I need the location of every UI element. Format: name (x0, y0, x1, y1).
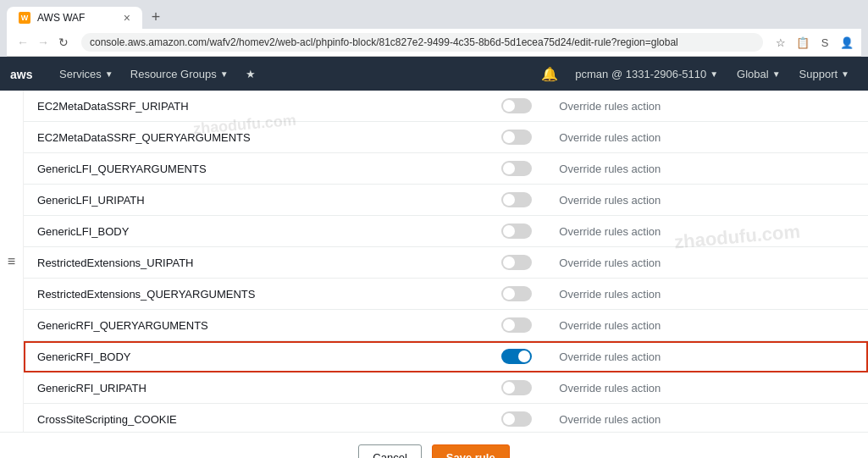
rule-name: GenericRFI_URIPATH (24, 372, 488, 404)
rule-toggle-cell (488, 185, 545, 216)
rule-toggle-cell (488, 122, 545, 153)
rule-name: GenericLFI_URIPATH (24, 185, 488, 216)
bookmark-icon[interactable]: ☆ (771, 33, 790, 52)
toggle-container[interactable] (501, 411, 532, 427)
tab-favicon: W (19, 12, 30, 24)
tab-title: AWS WAF (37, 12, 85, 24)
main-layout: ≡ zhaodufu.com zhaodufu.com zhaodufu.com… (0, 91, 868, 432)
toggle-off[interactable] (501, 223, 532, 239)
support-menu[interactable]: Support ▼ (791, 57, 858, 91)
toggle-thumb (503, 288, 515, 300)
rule-action-label: Override rules action (545, 372, 868, 404)
bell-icon[interactable]: 🔔 (534, 66, 565, 82)
user-menu[interactable]: pcman @ 1331-2906-5110 ▼ (567, 57, 727, 91)
user-label: pcman @ 1331-2906-5110 (575, 68, 706, 80)
rule-action-label: Override rules action (545, 404, 868, 433)
services-chevron: ▼ (105, 69, 113, 79)
refresh-btn[interactable]: ↻ (54, 33, 73, 52)
region-label: Global (737, 68, 769, 80)
resource-groups-chevron: ▼ (220, 69, 229, 79)
table-row: GenericLFI_URIPATHOverride rules action (24, 185, 868, 216)
content-wrapper: zhaodufu.com zhaodufu.com zhaodufu.com E… (24, 91, 868, 432)
content-area: zhaodufu.com zhaodufu.com zhaodufu.com E… (24, 91, 868, 432)
back-btn[interactable]: ← (14, 33, 32, 52)
toggle-off[interactable] (501, 411, 532, 427)
table-row: GenericRFI_QUERYARGUMENTSOverride rules … (24, 310, 868, 341)
toggle-container[interactable] (501, 255, 532, 270)
services-label: Services (59, 68, 102, 80)
rule-name: GenericRFI_BODY (24, 341, 488, 372)
aws-nav: aws Services ▼ Resource Groups ▼ ★ 🔔 pcm… (0, 57, 868, 91)
toggle-thumb (503, 225, 515, 237)
toggle-container[interactable] (501, 286, 532, 301)
toggle-off[interactable] (501, 380, 532, 395)
rule-action-label: Override rules action (545, 341, 868, 372)
rule-action-label: Override rules action (545, 216, 868, 247)
toggle-container[interactable] (501, 98, 532, 113)
table-row: GenericLFI_BODYOverride rules action (24, 216, 868, 247)
profile-icon[interactable]: 👤 (838, 33, 856, 52)
rule-action-label: Override rules action (545, 247, 868, 279)
sync-icon[interactable]: S (815, 33, 834, 52)
url-input[interactable] (81, 33, 763, 52)
tab-close-btn[interactable]: × (124, 12, 130, 24)
toggle-container[interactable] (501, 130, 532, 145)
extension-icon[interactable]: 📋 (793, 33, 812, 52)
rule-name: GenericLFI_QUERYARGUMENTS (24, 153, 488, 185)
rule-toggle-cell (488, 247, 545, 279)
address-bar: ← → ↻ ☆ 📋 S 👤 (7, 29, 861, 57)
star-icon[interactable]: ★ (237, 57, 264, 91)
toggle-container[interactable] (501, 317, 532, 333)
services-menu[interactable]: Services ▼ (51, 57, 122, 91)
aws-logo: aws (10, 64, 42, 83)
toggle-thumb (503, 257, 515, 268)
toggle-container[interactable] (501, 223, 532, 239)
rule-name: EC2MetaDataSSRF_URIPATH (24, 91, 488, 122)
toggle-container[interactable] (501, 349, 532, 364)
toggle-thumb (503, 131, 515, 143)
cancel-button[interactable]: Cancel (358, 444, 421, 458)
toggle-container[interactable] (501, 380, 532, 395)
rule-name: CrossSiteScripting_COOKIE (24, 404, 488, 433)
resource-groups-label: Resource Groups (130, 68, 217, 80)
nav-right: 🔔 pcman @ 1331-2906-5110 ▼ Global ▼ Supp… (534, 57, 858, 91)
table-row: RestrictedExtensions_QUERYARGUMENTSOverr… (24, 279, 868, 310)
new-tab-btn[interactable]: + (144, 5, 168, 29)
toggle-thumb (503, 163, 515, 174)
region-menu[interactable]: Global ▼ (728, 57, 788, 91)
rule-toggle-cell (488, 279, 545, 310)
sidebar-toggle-btn[interactable]: ≡ (0, 91, 24, 432)
toggle-off[interactable] (501, 255, 532, 270)
toggle-thumb (503, 382, 515, 394)
save-rule-button[interactable]: Save rule (432, 444, 510, 458)
rule-action-label: Override rules action (545, 122, 868, 153)
footer-actions: Cancel Save rule (0, 432, 868, 458)
browser-chrome: W AWS WAF × + ← → ↻ ☆ 📋 S 👤 (0, 0, 868, 57)
toggle-off[interactable] (501, 98, 532, 113)
toggle-thumb (503, 194, 515, 206)
rule-toggle-cell (488, 404, 545, 433)
table-row: CrossSiteScripting_COOKIEOverride rules … (24, 404, 868, 433)
rule-name: RestrictedExtensions_QUERYARGUMENTS (24, 279, 488, 310)
forward-btn[interactable]: → (34, 33, 53, 52)
toggle-container[interactable] (501, 161, 532, 176)
toggle-off[interactable] (501, 130, 532, 145)
toggle-off[interactable] (501, 161, 532, 176)
toggle-container[interactable] (501, 192, 532, 207)
toggle-off[interactable] (501, 192, 532, 207)
resource-groups-menu[interactable]: Resource Groups ▼ (122, 57, 237, 91)
rule-action-label: Override rules action (545, 153, 868, 185)
rule-toggle-cell (488, 341, 545, 372)
table-row: EC2MetaDataSSRF_URIPATHOverride rules ac… (24, 91, 868, 122)
rule-toggle-cell (488, 153, 545, 185)
toggle-off[interactable] (501, 286, 532, 301)
table-row: GenericRFI_BODYOverride rules action (24, 341, 868, 372)
toggle-off[interactable] (501, 317, 532, 333)
browser-tab-active[interactable]: W AWS WAF × (7, 7, 142, 29)
toggle-on[interactable] (501, 349, 532, 364)
toggle-thumb (503, 413, 515, 425)
rule-toggle-cell (488, 91, 545, 122)
rule-toggle-cell (488, 310, 545, 341)
table-row: GenericRFI_URIPATHOverride rules action (24, 372, 868, 404)
table-row: GenericLFI_QUERYARGUMENTSOverride rules … (24, 153, 868, 185)
